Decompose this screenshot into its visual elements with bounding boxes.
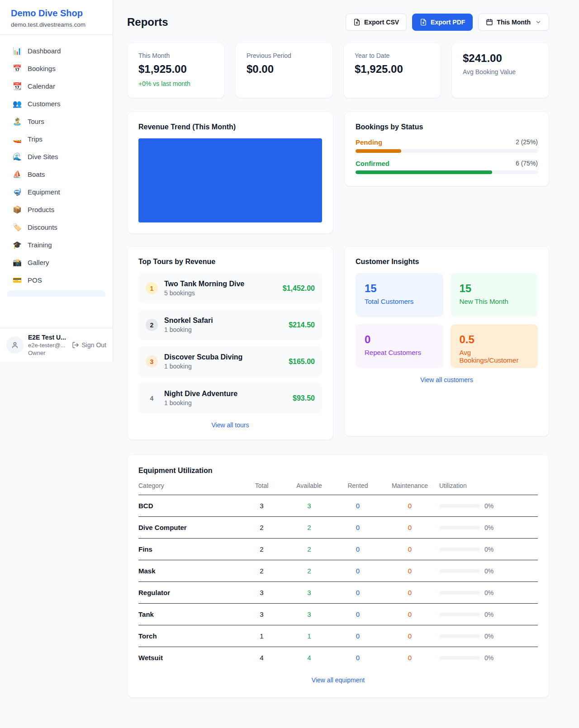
- status-row-pending: Pending 2 (25%): [356, 138, 538, 153]
- utilization-text: 0%: [484, 502, 494, 510]
- equipment-maintenance: 0: [380, 604, 439, 625]
- equipment-category: BCD: [138, 495, 240, 517]
- stat-value: $1,925.00: [138, 63, 214, 76]
- user-section: E2E Test U... e2e-tester@... Owner Sign …: [0, 328, 113, 362]
- insight-value: 0: [365, 333, 434, 346]
- sidebar-header: Demo Dive Shop demo.test.divestreams.com: [0, 0, 113, 35]
- sidebar-item-label: Dashboard: [28, 47, 61, 55]
- insight-label: Repeat Customers: [365, 349, 434, 356]
- sidebar-item-dashboard[interactable]: 📊Dashboard: [7, 42, 105, 60]
- header-actions: Export CSV Export PDF This Month: [346, 14, 549, 31]
- utilization-bar: [439, 548, 480, 551]
- sidebar-item-label: POS: [28, 276, 42, 284]
- table-row: Wetsuit 4 4 0 0 0%: [138, 647, 538, 669]
- sidebar-item-label: Gallery: [28, 259, 49, 266]
- sign-out-button[interactable]: Sign Out: [72, 341, 106, 349]
- chevron-down-icon: [535, 19, 541, 25]
- tour-list-item: 2 Snorkel Safari1 booking $214.50: [138, 310, 322, 340]
- equipment-maintenance: 0: [380, 517, 439, 539]
- stat-label: Previous Period: [247, 52, 322, 59]
- insight-label: Total Customers: [365, 298, 434, 305]
- sidebar-item-label: Calendar: [28, 82, 55, 90]
- revenue-trend-card: Revenue Trend (This Month): [127, 112, 333, 234]
- equipment-rented: 0: [335, 495, 380, 517]
- view-all-tours-link[interactable]: View all tours: [138, 421, 322, 429]
- sidebar-item-gallery[interactable]: 📸Gallery: [7, 254, 105, 271]
- sidebar-item-label: Bookings: [28, 65, 56, 72]
- equipment-available: 2: [283, 517, 335, 539]
- view-all-equipment-link[interactable]: View all equipment: [138, 676, 538, 684]
- equipment-available: 2: [283, 560, 335, 582]
- logout-icon: [72, 341, 79, 349]
- progress-track: [356, 170, 538, 174]
- tour-amount: $165.00: [289, 358, 315, 366]
- stat-value: $0.00: [247, 63, 322, 76]
- table-row: Fins 2 2 0 0 0%: [138, 539, 538, 560]
- table-row: Tank 3 3 0 0 0%: [138, 604, 538, 625]
- diving-mask-icon: 🤿: [13, 188, 22, 196]
- sidebar-item-bookings[interactable]: 📅Bookings: [7, 60, 105, 77]
- column-header: Total: [240, 482, 283, 495]
- sidebar-item-pos[interactable]: 💳POS: [7, 271, 105, 289]
- tour-amount: $1,452.00: [283, 284, 315, 293]
- stat-label: This Month: [138, 52, 214, 59]
- equipment-category: Tank: [138, 604, 240, 625]
- bookings-by-status-title: Bookings by Status: [356, 123, 538, 131]
- equipment-table: Category Total Available Rented Maintena…: [138, 482, 538, 668]
- equipment-category: Wetsuit: [138, 647, 240, 669]
- utilization-text: 0%: [484, 589, 494, 596]
- equipment-available: 3: [283, 582, 335, 604]
- sidebar-item-dive-sites[interactable]: 🌊Dive Sites: [7, 148, 105, 165]
- sidebar-item-products[interactable]: 📦Products: [7, 201, 105, 218]
- stat-label: Year to Date: [355, 52, 430, 59]
- sidebar-item-trips[interactable]: 🚤Trips: [7, 130, 105, 148]
- tour-bookings: 1 booking: [164, 326, 282, 333]
- main-content: Reports Export CSV Export PDF This Month: [113, 0, 579, 698]
- people-icon: 👥: [13, 99, 22, 108]
- utilization-bar: [439, 504, 480, 508]
- equipment-available: 2: [283, 539, 335, 560]
- file-download-icon: [353, 19, 361, 26]
- equipment-rented: 0: [335, 517, 380, 539]
- sidebar-item-boats[interactable]: ⛵Boats: [7, 165, 105, 183]
- equipment-maintenance: 0: [380, 560, 439, 582]
- equipment-total: 3: [240, 495, 283, 517]
- sidebar-item-discounts[interactable]: 🏷️Discounts: [7, 218, 105, 236]
- stat-label: Avg Booking Value: [463, 68, 538, 76]
- utilization-bar: [439, 634, 480, 638]
- sidebar-item-label: Boats: [28, 170, 45, 178]
- island-icon: 🏝️: [13, 117, 22, 126]
- table-header-row: Category Total Available Rented Maintena…: [138, 482, 538, 495]
- sidebar-item-reports-active-partial[interactable]: [7, 290, 105, 297]
- sidebar-item-label: Tours: [28, 118, 44, 125]
- sidebar-item-label: Dive Sites: [28, 153, 58, 161]
- sidebar-item-customers[interactable]: 👥Customers: [7, 95, 105, 113]
- utilization-bar: [439, 613, 480, 616]
- sidebar-item-equipment[interactable]: 🤿Equipment: [7, 183, 105, 201]
- tour-list-item: 3 Discover Scuba Diving1 booking $165.00: [138, 346, 322, 377]
- view-all-customers-link[interactable]: View all customers: [356, 376, 538, 383]
- sidebar-item-tours[interactable]: 🏝️Tours: [7, 113, 105, 130]
- equipment-total: 2: [240, 517, 283, 539]
- tour-amount: $93.50: [293, 394, 315, 402]
- column-header: Utilization: [439, 482, 538, 495]
- sidebar-item-training[interactable]: 🎓Training: [7, 236, 105, 254]
- period-dropdown[interactable]: This Month: [478, 14, 549, 31]
- export-csv-button[interactable]: Export CSV: [346, 14, 407, 31]
- tour-list-item: 1 Two Tank Morning Dive5 bookings $1,452…: [138, 273, 322, 303]
- tag-icon: 🏷️: [13, 223, 22, 232]
- equipment-category: Fins: [138, 539, 240, 560]
- export-pdf-button[interactable]: Export PDF: [412, 14, 473, 31]
- sidebar-item-calendar[interactable]: 📆Calendar: [7, 77, 105, 95]
- progress-track: [356, 149, 538, 153]
- table-row: Mask 2 2 0 0 0%: [138, 560, 538, 582]
- utilization-text: 0%: [484, 524, 494, 531]
- utilization-text: 0%: [484, 546, 494, 553]
- status-label: Pending: [356, 138, 382, 146]
- insight-label: New This Month: [460, 298, 529, 305]
- speedboat-icon: 🚤: [13, 135, 22, 143]
- table-row: BCD 3 3 0 0 0%: [138, 495, 538, 517]
- user-role: Owner: [28, 350, 67, 356]
- progress-fill: [356, 170, 492, 174]
- sidebar-item-label: Discounts: [28, 223, 57, 231]
